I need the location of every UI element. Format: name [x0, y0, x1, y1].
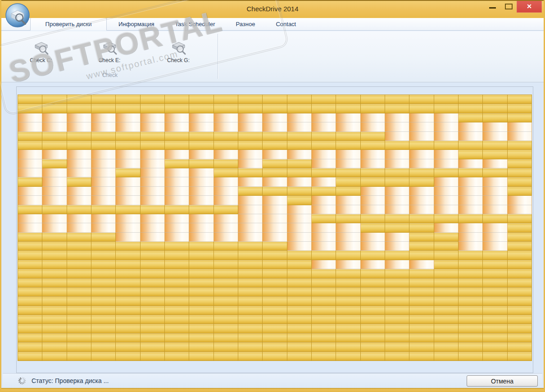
checked-block [238, 288, 263, 297]
checked-block [361, 288, 385, 297]
checked-block [238, 315, 263, 324]
checked-block [263, 288, 287, 297]
minimize-icon [489, 7, 496, 9]
checked-block [409, 324, 434, 333]
disk-search-logo-icon [5, 2, 31, 28]
checked-block [409, 279, 434, 288]
checked-block [483, 150, 507, 159]
checking-block [459, 233, 483, 242]
tab-contact[interactable]: Contact [267, 18, 305, 30]
checked-block [263, 251, 287, 260]
checked-block [287, 196, 312, 205]
checking-block [238, 196, 263, 205]
checked-block [361, 223, 385, 232]
checking-block [385, 196, 409, 205]
checking-block [312, 159, 336, 168]
checking-block [483, 223, 507, 232]
checked-block [361, 342, 385, 351]
checking-block [214, 233, 238, 242]
checked-block [287, 324, 312, 333]
checked-block [18, 251, 42, 260]
checked-block [263, 132, 287, 141]
disk-block-grid [18, 95, 532, 361]
checked-block [459, 269, 483, 278]
app-logo-icon[interactable] [5, 2, 31, 28]
checking-block [409, 122, 434, 131]
status-bar: Статус: Проверка диска ... Отмена [3, 373, 542, 388]
checking-block [91, 196, 116, 205]
checking-block [287, 233, 312, 242]
checking-block [91, 187, 116, 196]
checking-block [336, 233, 360, 242]
checked-block [459, 279, 483, 288]
checking-block [409, 205, 434, 214]
checking-block [165, 187, 189, 196]
checking-block [91, 122, 116, 131]
checked-block [165, 95, 189, 104]
checked-block [287, 315, 312, 324]
checked-block [91, 205, 116, 214]
tab-информация[interactable]: Информация [109, 18, 164, 30]
check-e-button[interactable]: Check E: [88, 34, 131, 63]
checked-block [214, 342, 238, 351]
checked-block [361, 297, 385, 306]
maximize-button[interactable] [500, 0, 517, 12]
checking-block [336, 196, 360, 205]
minimize-button[interactable] [484, 0, 500, 12]
checking-block [141, 122, 165, 131]
check-g-button[interactable]: Check G: [157, 34, 200, 63]
checked-block [287, 168, 312, 177]
close-button[interactable]: ✕ [517, 0, 542, 13]
checked-block [508, 223, 532, 232]
checked-block [141, 205, 165, 214]
checking-block [287, 177, 312, 186]
checked-block [189, 279, 213, 288]
checked-block [141, 315, 165, 324]
tab-разное[interactable]: Разное [227, 18, 264, 30]
ribbon-button-label: Check E: [99, 57, 121, 63]
tab-task-scheduler[interactable]: Task Scheduler [166, 18, 224, 30]
checked-block [385, 288, 409, 297]
checking-block [67, 150, 91, 159]
checked-block [165, 297, 189, 306]
check-c-button[interactable]: Check C: [19, 34, 63, 63]
checked-block [483, 342, 507, 351]
checked-block [312, 333, 336, 342]
checked-block [165, 288, 189, 297]
titlebar[interactable]: CheckDrive 2014 ✕ [1, 0, 544, 18]
checked-block [238, 95, 263, 104]
checked-block [165, 159, 189, 168]
checking-block [409, 132, 434, 141]
checking-block [385, 260, 409, 269]
checked-block [459, 260, 483, 269]
checking-block [287, 205, 312, 214]
checked-block [409, 315, 434, 324]
cancel-button[interactable]: Отмена [467, 375, 538, 387]
checked-block [459, 150, 483, 159]
checked-block [434, 269, 459, 278]
checking-block [312, 196, 336, 205]
checked-block [459, 324, 483, 333]
checked-block [214, 104, 238, 113]
checked-block [91, 297, 116, 306]
tab-проверить-диски[interactable]: Проверить диски [30, 18, 107, 31]
checking-block [165, 177, 189, 186]
checked-block [287, 251, 312, 260]
checked-block [42, 288, 67, 297]
checked-block [287, 297, 312, 306]
checked-block [483, 104, 507, 113]
checked-block [141, 279, 165, 288]
checked-block [385, 177, 409, 186]
checking-block [189, 233, 213, 242]
checked-block [67, 132, 91, 141]
checked-block [42, 233, 67, 242]
checked-block [91, 95, 116, 104]
checking-block [409, 187, 434, 196]
checked-block [141, 352, 165, 361]
checking-block [361, 122, 385, 131]
checking-block [189, 214, 213, 223]
checked-block [67, 352, 91, 361]
window-bottom-border [1, 388, 544, 392]
checked-block [385, 168, 409, 177]
checked-block [409, 306, 434, 315]
